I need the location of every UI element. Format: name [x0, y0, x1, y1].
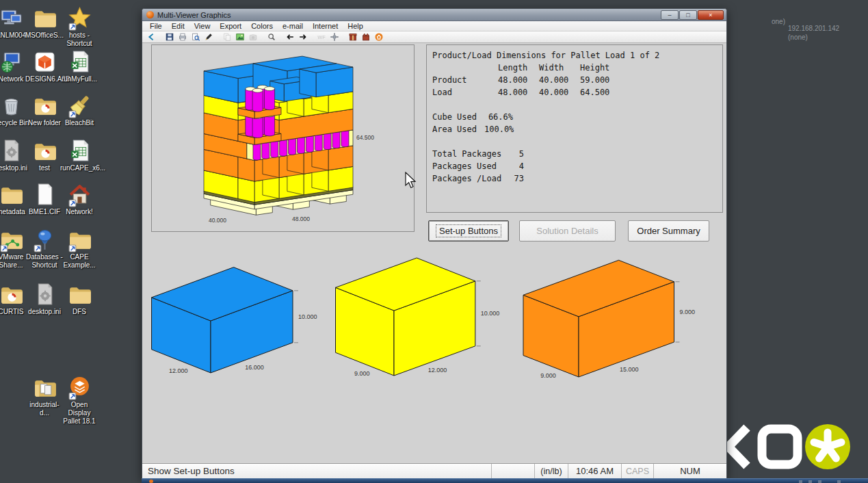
annotate-icon[interactable] [202, 32, 214, 42]
desktop-icon-label: runMyFull... [60, 75, 98, 83]
tray-icon[interactable] [799, 480, 802, 483]
close-button[interactable]: × [698, 10, 724, 20]
tray-clock[interactable] [837, 480, 841, 483]
desktop-icon-msoffices[interactable]: MSOfficeS... [25, 5, 64, 40]
esko-k-letter [728, 428, 747, 466]
home-icon[interactable] [373, 32, 384, 42]
folder-docs-icon [32, 375, 57, 400]
menu-internet[interactable]: Internet [308, 22, 343, 30]
ini-doc-icon [32, 282, 57, 307]
white-doc-icon [32, 182, 57, 207]
desktop-icon-label: DFS [60, 308, 98, 316]
menu-email[interactable]: e-mail [278, 22, 308, 30]
product-box-blue: 12.00016.00010.000 [148, 262, 332, 402]
order-summary-button[interactable]: Order Summary [628, 220, 709, 242]
back-icon[interactable] [145, 32, 157, 42]
image-icon[interactable] [234, 32, 246, 42]
dimension-row: Product48.00040.00059.000 [432, 74, 717, 86]
desktop-icon-cape[interactable]: CAPE Example... [60, 227, 98, 270]
desktop-icon-industrial-d[interactable]: industrial-d... [25, 375, 64, 417]
desktop-overlay-none: (none) [788, 34, 808, 41]
minimize-button[interactable]: – [661, 10, 679, 20]
menu-view[interactable]: View [189, 22, 215, 30]
zoom-icon[interactable] [265, 32, 277, 42]
menu-file[interactable]: File [145, 22, 167, 30]
print-preview-icon[interactable] [189, 32, 201, 42]
blue-box-height-label: 10.000 [298, 313, 317, 320]
tray-icon[interactable] [808, 480, 812, 483]
maximize-button[interactable]: □ [679, 10, 697, 20]
menu-colors[interactable]: Colors [246, 22, 278, 30]
menu-export[interactable]: Export [215, 22, 246, 30]
folder-red-icon [32, 138, 57, 164]
tray-icon[interactable] [818, 480, 821, 483]
desktop-icon-open-display[interactable]: Open Display Pallet 18.1 [60, 375, 98, 425]
desktop-icon-label: DESIGN6.A3D [25, 75, 64, 83]
excel-doc-icon [67, 138, 92, 164]
desktop-icon-databases[interactable]: Databases - Shortcut [25, 227, 64, 270]
desktop-icon-test[interactable]: test [25, 138, 64, 172]
mouse-cursor [404, 172, 418, 190]
package-closed-icon[interactable] [347, 32, 358, 42]
save-icon[interactable] [163, 32, 175, 42]
desktop-icon-dfs[interactable]: DFS [60, 282, 98, 316]
computer-icon [0, 5, 24, 31]
desktop-overlay-fragment: one) [772, 18, 785, 25]
pallet-length-label: 48.000 [292, 216, 310, 222]
package-row: Total Packages5 [432, 148, 717, 160]
desktop-icon-network[interactable]: Network! [60, 182, 98, 216]
desktop-icon-desktop-ini[interactable]: desktop.ini [25, 282, 64, 316]
desktop-icon-label: BleachBit [60, 119, 98, 127]
desktop-icon-label: New folder [25, 119, 64, 127]
title-bar[interactable]: Multi-Viewer Graphics – □ × [142, 9, 726, 21]
menu-help[interactable]: Help [343, 22, 368, 30]
desktop-icon-design6-a3d[interactable]: DESIGN6.A3D [25, 49, 64, 83]
design-cube-icon [32, 49, 57, 75]
pallet-width-label: 40.000 [209, 217, 226, 224]
status-caps-indicator: CAPS [622, 464, 654, 478]
desktop-icon-bme1-cif[interactable]: BME1.CIF [25, 182, 64, 216]
dimension-row: Load48.00040.00064.500 [432, 86, 717, 99]
pallet-load-viewport[interactable]: 40.00048.00064.500 [151, 44, 415, 232]
nav-back-icon[interactable] [284, 32, 295, 42]
solution-details-button[interactable]: Solution Details [519, 220, 616, 242]
folder-net-icon [0, 227, 24, 252]
status-empty-segment [492, 464, 535, 478]
folder-icon [32, 5, 57, 31]
status-num-indicator: NUM [654, 464, 726, 478]
load-info-panel: Product/Load Dimensions for Pallet Load … [426, 44, 723, 213]
product-box-yellow: 9.00012.00010.000 [331, 255, 516, 400]
settings-icon[interactable] [328, 32, 340, 42]
status-clock: 10:46 AM [568, 464, 622, 478]
desktop-icon-label: CAPE Example... [60, 253, 98, 270]
desktop-icon-runcape-x6[interactable]: runCAPE_x6... [60, 138, 98, 172]
menu-edit[interactable]: Edit [167, 22, 189, 30]
desktop-icon-runmyfull[interactable]: runMyFull... [60, 49, 98, 83]
package-open-icon[interactable] [360, 32, 371, 42]
orange-box-length-label: 15.000 [620, 366, 639, 373]
taskbar-app-icon[interactable] [149, 480, 153, 483]
desktop-overlay-ip: 192.168.201.142 [788, 25, 839, 32]
usage-row: Area Used100.0% [432, 123, 717, 135]
print-icon[interactable] [176, 32, 188, 42]
multi-viewer-window: Multi-Viewer Graphics – □ × FileEditView… [142, 8, 727, 479]
desktop-icon-label: MSOfficeS... [25, 31, 64, 40]
info-title: Product/Load Dimensions for Pallet Load … [432, 49, 717, 62]
status-bar: Show Set-up Buttons (in/lb) 10:46 AM CAP… [142, 463, 726, 478]
taskbar[interactable] [142, 478, 868, 483]
blue-box-depth-label: 12.000 [169, 367, 188, 374]
toolbar: WF [142, 31, 726, 43]
desktop-icon-label: Databases - Shortcut [25, 253, 64, 270]
status-message: Show Set-up Buttons [142, 464, 492, 478]
setup-buttons-button[interactable]: Set-up Buttons [428, 220, 509, 242]
desktop-icon-hosts[interactable]: hosts - Shortcut [60, 5, 98, 48]
pallet-height-label: 64.500 [356, 134, 374, 141]
desktop-icon-new-folder[interactable]: New folder [25, 93, 64, 127]
nav-forward-icon[interactable] [297, 32, 308, 42]
package-row: Packages /Load73 [432, 172, 717, 185]
yellow-box-depth-label: 9.000 [354, 370, 370, 377]
desktop-icon-bleachbit[interactable]: BleachBit [60, 93, 98, 127]
usage-row: Cube Used66.6% [432, 111, 717, 123]
desktop-icon-grid: ANLM004MSOfficeS...hosts - ShortcutNetwo… [0, 0, 142, 483]
folder-icon [67, 282, 92, 307]
